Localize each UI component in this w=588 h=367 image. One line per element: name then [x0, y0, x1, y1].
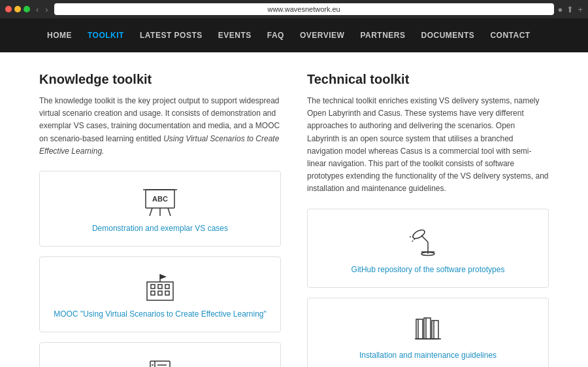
url-bar[interactable]: www.wavesnetwork.eu: [54, 3, 554, 15]
card-github-link[interactable]: GitHub repository of the software protot…: [351, 265, 505, 274]
card-github[interactable]: GitHub repository of the software protot…: [307, 209, 549, 288]
browser-navigation: ‹ ›: [34, 5, 50, 14]
nav-documents[interactable]: DOCUMENTS: [414, 18, 483, 52]
svg-marker-14: [160, 274, 167, 279]
card-demonstration[interactable]: ABC Demonstration and exemplar VS cases: [39, 171, 281, 247]
share-icon[interactable]: ⬆: [566, 5, 574, 14]
bookmark-icon[interactable]: +: [578, 5, 583, 14]
maximize-button[interactable]: [24, 6, 30, 12]
svg-rect-36: [432, 321, 438, 339]
card-demonstration-link[interactable]: Demonstration and exemplar VS cases: [92, 224, 228, 233]
svg-line-25: [421, 236, 428, 242]
main-nav: HOME TOOLKIT LATEST POSTS EVENTS FAQ OVE…: [0, 18, 588, 52]
nav-events[interactable]: EVENTS: [210, 18, 259, 52]
svg-rect-8: [158, 285, 162, 288]
knowledge-title: Knowledge toolkit: [39, 72, 281, 87]
card-training[interactable]: Training documentation and media: [39, 342, 281, 367]
nav-toolkit[interactable]: TOOLKIT: [80, 18, 132, 52]
browser-actions: ● ⬆ +: [558, 5, 583, 14]
main-content: Knowledge toolkit The knowledge toolkit …: [0, 52, 588, 367]
svg-rect-15: [150, 361, 170, 367]
nav-faq[interactable]: FAQ: [259, 18, 292, 52]
url-text: www.wavesnetwork.eu: [267, 5, 340, 13]
knowledge-description: The knowledge toolkit is the key project…: [39, 95, 281, 158]
card-installation-link[interactable]: Installation and maintenance guidelines: [359, 351, 497, 360]
browser-chrome: ‹ › www.wavesnetwork.eu ● ⬆ +: [0, 0, 588, 18]
nav-partners[interactable]: PARTNERS: [352, 18, 413, 52]
svg-line-2: [150, 208, 152, 216]
technical-column: Technical toolkit The technical toolkit …: [307, 72, 549, 367]
svg-rect-7: [151, 285, 155, 288]
minimize-button[interactable]: [14, 6, 21, 12]
knowledge-column: Knowledge toolkit The knowledge toolkit …: [39, 72, 281, 367]
card-installation[interactable]: Installation and maintenance guidelines: [307, 298, 549, 368]
svg-rect-11: [158, 291, 162, 295]
nav-latest-posts[interactable]: LATEST POSTS: [132, 18, 210, 52]
window-buttons: [5, 6, 30, 12]
technical-title: Technical toolkit: [307, 72, 549, 87]
nav-overview[interactable]: OVERVIEW: [292, 18, 352, 52]
nav-home[interactable]: HOME: [39, 18, 80, 52]
forward-arrow[interactable]: ›: [43, 5, 50, 14]
svg-line-3: [168, 208, 171, 216]
abc-board-icon: ABC: [140, 184, 180, 217]
lamp-icon: [408, 222, 448, 258]
card-mooc[interactable]: MOOC "Using Virtual Scenarios to Create …: [39, 256, 281, 332]
technical-description: The technical toolkit enriches existing …: [307, 95, 549, 196]
svg-text:ABC: ABC: [152, 195, 168, 203]
books-icon: [408, 311, 448, 344]
svg-rect-12: [165, 291, 169, 295]
svg-rect-34: [424, 318, 431, 339]
svg-rect-9: [165, 285, 169, 288]
svg-rect-10: [151, 291, 155, 295]
book-icon: [140, 356, 180, 367]
svg-rect-32: [416, 319, 423, 339]
close-button[interactable]: [5, 6, 12, 12]
back-arrow[interactable]: ‹: [34, 5, 41, 14]
shield-icon: ●: [558, 5, 563, 14]
card-mooc-link[interactable]: MOOC "Using Virtual Scenarios to Create …: [54, 309, 267, 319]
svg-line-30: [412, 239, 415, 242]
nav-contact[interactable]: CONTACT: [482, 18, 538, 52]
building-icon: [140, 270, 180, 303]
